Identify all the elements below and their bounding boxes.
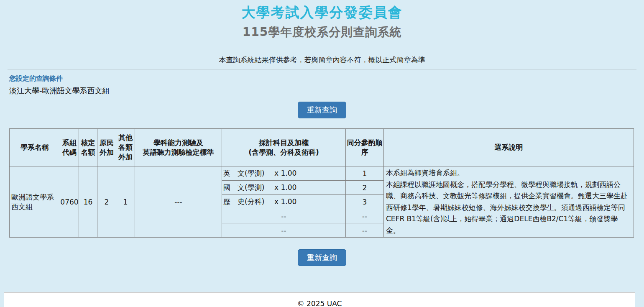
table-header-row: 學系名稱 系組 代碼 核定 名額 原民 外加 其他 各類 外加 學科能力測驗及 … — [10, 129, 634, 166]
cell-gsat-standard: --- — [135, 166, 222, 238]
header-description: 選系說明 — [384, 129, 634, 166]
header-indigenous-extra: 原民 外加 — [97, 129, 116, 166]
subject-weight: -- — [281, 226, 286, 235]
requery-button-bottom[interactable]: 重新查詢 — [298, 249, 346, 266]
page-subtitle: 115學年度校系分則查詢系統 — [0, 24, 644, 40]
header-quota: 核定 名額 — [79, 129, 97, 166]
cell-order-4: -- — [346, 209, 384, 223]
cell-subject-2: 國 文(學測)x 1.00 — [222, 181, 346, 195]
cell-subject-5: -- — [222, 223, 346, 238]
query-conditions-value: 淡江大學-歐洲語文學系西文組 — [9, 86, 635, 96]
header-dept-name: 學系名稱 — [10, 129, 60, 166]
cell-indigenous-extra: 2 — [97, 166, 116, 238]
top-button-row: 重新查詢 — [0, 102, 644, 118]
cell-subject-4: -- — [222, 209, 346, 223]
header-subjects-weight: 採計科目及加權 (含學測、分科及術科) — [222, 129, 346, 166]
cell-other-extra: 1 — [116, 166, 135, 238]
cell-quota: 16 — [79, 166, 97, 238]
cell-description: 本系組為師資培育系組。 本組課程以職涯地圖概念，搭配學分學程、微學程與職場接軌，… — [384, 166, 634, 238]
table-row: 歐洲語文學系西文組 0760 16 2 1 --- 英 文(學測)x 1.00 … — [10, 166, 634, 181]
header-gsat-standard: 學科能力測驗及 英語聽力測驗檢定標準 — [135, 129, 222, 166]
result-table: 學系名稱 系組 代碼 核定 名額 原民 外加 其他 各類 外加 學科能力測驗及 … — [9, 128, 634, 238]
cell-dept-code: 0760 — [60, 166, 79, 238]
query-conditions-label: 您設定的查詢條件 — [9, 74, 635, 83]
subject-weight: -- — [281, 212, 286, 220]
requery-button-top[interactable]: 重新查詢 — [298, 102, 346, 118]
cell-order-5: -- — [346, 223, 384, 238]
cell-order-1: 1 — [346, 166, 384, 181]
divider — [8, 69, 636, 69]
subject-name: 歷 史(分科) — [223, 197, 274, 207]
cell-order-3: 3 — [346, 195, 384, 209]
page-title: 大學考試入學分發委員會 — [0, 3, 644, 22]
subject-weight: x 1.00 — [274, 169, 296, 177]
subject-name: 英 文(學測) — [223, 169, 274, 178]
header-dept-code: 系組 代碼 — [60, 129, 79, 166]
subject-weight: x 1.00 — [274, 183, 296, 192]
cell-subject-1: 英 文(學測)x 1.00 — [222, 166, 346, 181]
cell-subject-3: 歷 史(分科)x 1.00 — [222, 195, 346, 209]
footer-copyright: © 2025 UAC — [4, 292, 635, 307]
disclaimer-notice: 本查詢系統結果僅供參考，若與簡章內容不符，概以正式簡章為準 — [0, 55, 644, 65]
subject-name: 國 文(學測) — [223, 183, 274, 192]
header-other-extra: 其他 各類 外加 — [116, 129, 135, 166]
cell-dept-name: 歐洲語文學系西文組 — [10, 166, 60, 238]
query-conditions-block: 您設定的查詢條件 淡江大學-歐洲語文學系西文組 — [9, 74, 635, 96]
header-tiebreak-order: 同分參酌順序 — [346, 129, 384, 166]
cell-order-2: 2 — [346, 181, 384, 195]
subject-weight: x 1.00 — [274, 197, 296, 206]
bottom-button-row: 重新查詢 — [0, 249, 644, 266]
